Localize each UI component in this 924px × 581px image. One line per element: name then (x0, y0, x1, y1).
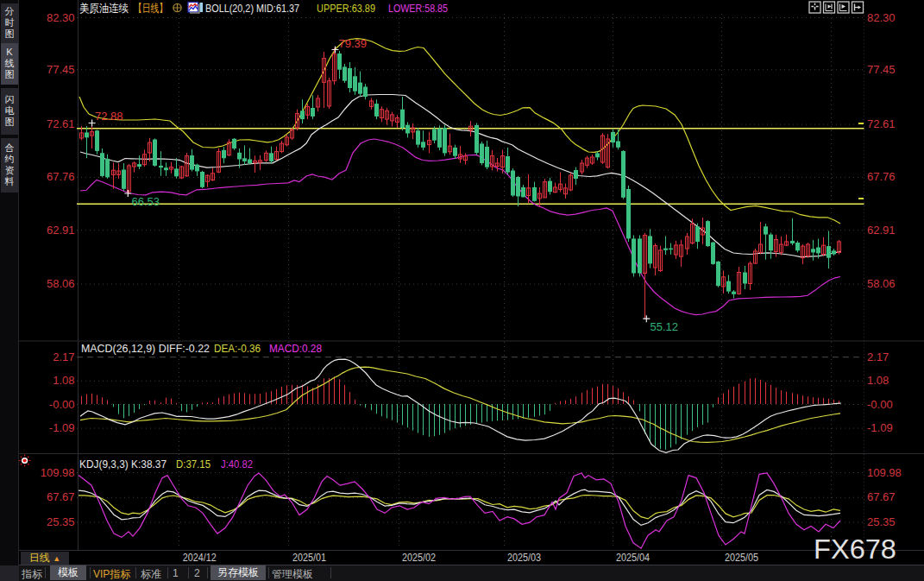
svg-text:MACD:0.28: MACD:0.28 (269, 342, 322, 355)
svg-text:1.08: 1.08 (53, 374, 74, 387)
svg-text:J:40.82: J:40.82 (221, 458, 253, 470)
svg-text:109.98: 109.98 (41, 466, 75, 479)
svg-text:109.98: 109.98 (867, 466, 902, 479)
svg-text:-1.09: -1.09 (867, 421, 893, 434)
svg-text:D:37.15: D:37.15 (176, 458, 211, 470)
svg-text:58.06: 58.06 (47, 277, 75, 290)
svg-text:72.88: 72.88 (95, 110, 123, 123)
svg-text:2024/12: 2024/12 (183, 552, 217, 564)
svg-text:-0.00: -0.00 (49, 398, 75, 411)
svg-text:2025/01: 2025/01 (292, 552, 326, 564)
svg-text:-1.09: -1.09 (49, 421, 75, 434)
svg-text:-0.00: -0.00 (867, 398, 893, 411)
svg-text:77.45: 77.45 (867, 63, 896, 76)
svg-text:58.06: 58.06 (867, 277, 896, 290)
svg-text:67.67: 67.67 (47, 490, 75, 503)
svg-text:LOWER:58.85: LOWER:58.85 (388, 2, 448, 15)
svg-text:25.35: 25.35 (867, 515, 896, 528)
svg-text:77.45: 77.45 (47, 63, 75, 76)
svg-text:67.67: 67.67 (867, 490, 896, 503)
svg-text:62.91: 62.91 (47, 224, 75, 237)
svg-text:2025/02: 2025/02 (402, 552, 436, 564)
svg-text:2025/05: 2025/05 (725, 552, 758, 564)
svg-text:2.17: 2.17 (867, 350, 889, 363)
svg-text:2.17: 2.17 (53, 350, 74, 363)
svg-text:79.39: 79.39 (339, 37, 368, 50)
svg-text:25.35: 25.35 (47, 515, 75, 528)
svg-text:FX678: FX678 (814, 534, 896, 565)
svg-text:2025/03: 2025/03 (507, 552, 541, 564)
svg-text:82.30: 82.30 (47, 11, 75, 24)
svg-text:66.53: 66.53 (132, 195, 160, 208)
svg-text:67.76: 67.76 (47, 170, 75, 183)
svg-text:55.12: 55.12 (651, 320, 679, 333)
svg-text:82.30: 82.30 (867, 11, 896, 24)
svg-text:【日线】: 【日线】 (134, 2, 167, 15)
svg-text:BOLL(20,2) MID:61.37: BOLL(20,2) MID:61.37 (205, 2, 299, 15)
svg-text:2025/04: 2025/04 (616, 552, 650, 564)
svg-text:72.61: 72.61 (47, 117, 75, 130)
svg-text:KDJ(9,3,3) K:38.37: KDJ(9,3,3) K:38.37 (79, 458, 167, 470)
svg-text:1.08: 1.08 (867, 374, 889, 387)
svg-text:67.76: 67.76 (867, 170, 896, 183)
svg-text:62.91: 62.91 (867, 224, 896, 237)
svg-text:MACD(26,12,9) DIFF:-0.22: MACD(26,12,9) DIFF:-0.22 (81, 342, 210, 355)
svg-text:72.61: 72.61 (867, 117, 896, 130)
svg-text:DEA:-0.36: DEA:-0.36 (214, 342, 261, 355)
svg-text:美原油连续: 美原油连续 (79, 2, 129, 15)
svg-text:UPPER:63.89: UPPER:63.89 (317, 2, 375, 15)
